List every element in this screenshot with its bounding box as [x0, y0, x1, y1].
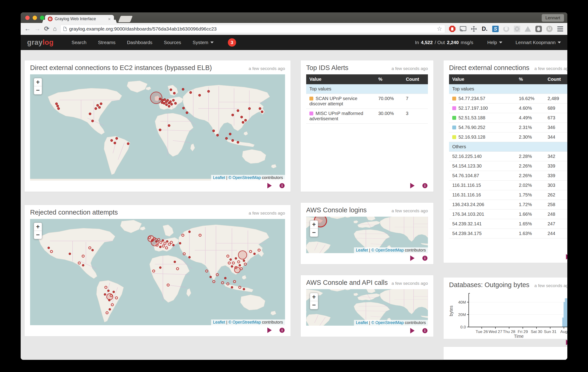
zoom-in-button[interactable]: +	[310, 293, 318, 301]
data-table: Value%CountTop values54.77.234.5716.62%2…	[449, 74, 567, 241]
u-extension-icon[interactable]: U	[546, 25, 553, 32]
replay-search-button[interactable]	[566, 340, 567, 345]
map-marker	[95, 107, 97, 110]
rejected-world-map[interactable]: +−Leaflet | © OpenStreetMap contributors	[30, 219, 285, 325]
map-marker	[127, 142, 130, 145]
replay-search-button[interactable]	[410, 328, 415, 333]
s-extension-icon[interactable]: S	[492, 25, 499, 32]
nav-item-streams[interactable]: Streams	[98, 40, 115, 45]
map-marker	[186, 111, 188, 114]
zoom-in-button[interactable]: +	[34, 78, 42, 86]
map-marker	[107, 290, 110, 292]
tab-close-icon[interactable]: ×	[107, 17, 111, 21]
url-text[interactable]: graylog.example.org:9000/dashboards/576d…	[69, 26, 435, 32]
browser-titlebar: Graylog Web Interface × Lennart	[21, 12, 567, 23]
nav-item-dashboards[interactable]: Dashboards	[127, 40, 153, 45]
aws-logins-map[interactable]: +−Leaflet | © OpenStreetMap contributors	[306, 217, 428, 253]
map-marker	[98, 106, 101, 109]
adblock-extension-icon[interactable]	[449, 25, 456, 32]
map-marker	[243, 288, 245, 290]
leaflet-link[interactable]: Leaflet	[213, 175, 225, 180]
dark-app-extension-icon[interactable]	[535, 25, 542, 32]
zoom-out-button[interactable]: −	[310, 229, 318, 237]
table-row: 52.16.225.1402.28%342	[449, 152, 567, 161]
aws-api-calls-map[interactable]: +−Leaflet | © OpenStreetMap contributors	[306, 289, 428, 326]
new-tab-button[interactable]	[118, 16, 133, 22]
zoom-out-button[interactable]: −	[34, 231, 42, 239]
info-icon[interactable]: i	[422, 183, 428, 188]
nav-item-system[interactable]: System	[193, 40, 214, 45]
openstreetmap-link[interactable]: © OpenStreetMap	[228, 175, 261, 180]
openstreetmap-link[interactable]: © OpenStreetMap	[228, 320, 261, 324]
info-icon[interactable]: i	[280, 328, 284, 333]
map-marker	[172, 99, 175, 102]
replay-search-button[interactable]	[410, 255, 415, 261]
table-row: 54.76.104.872.26%339	[449, 171, 567, 181]
back-icon[interactable]: ←	[24, 26, 31, 32]
map-marker	[55, 103, 58, 105]
chevron-down-icon	[558, 41, 561, 43]
svg-text:Tue 26: Tue 26	[476, 329, 488, 334]
user-menu[interactable]: Lennart Koopmann	[516, 40, 561, 45]
browser-menu-icon[interactable]	[557, 25, 564, 32]
map-marker	[159, 129, 161, 131]
zoom-in-button[interactable]: +	[310, 221, 318, 229]
nav-item-search[interactable]: Search	[72, 40, 86, 45]
widget-db-outgoing-bytes: Databases: Outgoing bytes a few seconds …	[443, 277, 567, 339]
home-icon[interactable]: ⌂	[53, 26, 57, 32]
map-marker	[91, 249, 94, 251]
browser-tab[interactable]: Graylog Web Interface ×	[45, 15, 114, 23]
leaflet-link[interactable]: Leaflet	[213, 320, 225, 324]
replay-search-button[interactable]	[267, 327, 272, 333]
map-marker	[69, 253, 71, 255]
map-marker	[199, 94, 201, 97]
map-attribution: Leaflet | © OpenStreetMap contributors	[354, 247, 428, 253]
replay-search-button[interactable]	[267, 183, 272, 188]
drive-extension-icon[interactable]	[524, 25, 531, 32]
close-window-button[interactable]	[25, 16, 30, 20]
map-zoom-control: +−	[34, 78, 42, 95]
leaflet-link[interactable]: Leaflet	[356, 320, 368, 325]
throughput-indicator: In 4,522 / Out 2,240 msg/s	[414, 40, 474, 45]
zoom-in-button[interactable]: +	[34, 223, 42, 231]
nav-item-help[interactable]: Help	[487, 40, 502, 45]
zoom-out-button[interactable]: −	[34, 86, 42, 94]
cast-extension-icon[interactable]	[460, 25, 466, 32]
map-marker	[230, 258, 232, 261]
widget-ids-alerts: Top IDS Alerts a few seconds ago Value%C…	[300, 60, 434, 192]
replay-search-button[interactable]	[410, 183, 415, 188]
leaflet-link[interactable]: Leaflet	[356, 248, 368, 252]
browser-profile-chip[interactable]: Lennart	[542, 14, 564, 22]
zoom-window-button[interactable]	[40, 16, 44, 20]
move-tool-extension-icon[interactable]	[470, 25, 477, 32]
table-row: 54.239.34.1751.63%244	[449, 229, 567, 238]
map-marker	[176, 267, 179, 270]
swirl-extension-icon[interactable]	[503, 25, 510, 32]
zoom-out-button[interactable]: −	[310, 301, 318, 309]
minimize-window-button[interactable]	[33, 16, 37, 20]
react-extension-icon[interactable]	[514, 25, 520, 32]
table-row: 116.31.116.161.75%262	[449, 190, 567, 200]
map-marker	[244, 263, 247, 266]
reload-icon[interactable]: ⟳	[44, 26, 49, 32]
openstreetmap-link[interactable]: © OpenStreetMap	[371, 320, 404, 325]
map-marker	[261, 111, 263, 113]
address-bar[interactable]: graylog.example.org:9000/dashboards/576d…	[60, 25, 445, 33]
d-extension-icon[interactable]: D.	[481, 25, 488, 32]
notification-badge[interactable]: 3	[228, 38, 236, 47]
nav-item-sources[interactable]: Sources	[164, 40, 181, 45]
replay-search-button[interactable]	[566, 254, 567, 260]
table-row: 54.239.36.1571.56%234	[449, 238, 567, 241]
ec2-world-map[interactable]: +−Leaflet | © OpenStreetMap contributors	[30, 74, 285, 181]
graylog-logo[interactable]: graylog	[27, 38, 53, 47]
info-icon[interactable]: i	[280, 183, 284, 188]
map-marker	[100, 103, 102, 105]
browser-window: Graylog Web Interface × Lennart ← → ⟳ ⌂ …	[21, 12, 567, 360]
info-icon[interactable]: i	[422, 328, 428, 333]
map-marker	[239, 264, 241, 266]
forward-icon[interactable]: →	[34, 26, 41, 32]
bookmark-star-icon[interactable]: ☆	[437, 25, 442, 32]
series-color-swatch	[452, 135, 456, 139]
openstreetmap-link[interactable]: © OpenStreetMap	[371, 248, 404, 252]
info-icon[interactable]: i	[422, 256, 428, 261]
